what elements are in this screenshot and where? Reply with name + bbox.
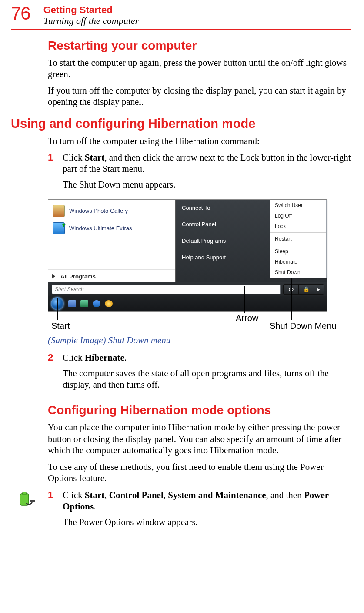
section-restarting: Restarting your computer To start the co… xyxy=(48,39,351,108)
taskbar-icon[interactable] xyxy=(68,300,76,307)
callout-label-menu: Shut Down Menu xyxy=(270,321,336,331)
step-2: 2 Click Hibernate. The computer saves th… xyxy=(48,352,351,395)
sample-image-wrap: Windows Photo Gallery Windows Ultimate E… xyxy=(48,199,351,332)
power-options-icon xyxy=(17,490,35,508)
start-search[interactable] xyxy=(52,285,281,294)
label: Help and Support xyxy=(182,254,226,261)
step-text: Click Start, and then click the arrow ne… xyxy=(63,152,351,175)
arrow-icon: ▸ xyxy=(317,286,320,292)
step-text: The Power Options window appears. xyxy=(63,516,351,528)
left-items: Windows Photo Gallery Windows Ultimate E… xyxy=(48,200,175,269)
menu-item-shut-down[interactable]: Shut Down xyxy=(270,267,326,278)
shut-down-menu: Switch User Log Off Lock Restart Sleep H… xyxy=(270,200,327,278)
search-input[interactable] xyxy=(52,285,281,294)
menu-item-sleep[interactable]: Sleep xyxy=(270,246,326,257)
t: . xyxy=(94,501,96,512)
label: Hibernate xyxy=(275,259,297,265)
label: Sleep xyxy=(275,248,288,255)
start-menu-screenshot: Windows Photo Gallery Windows Ultimate E… xyxy=(48,199,327,312)
start-menu-bottom-row: ⏻ 🔒 ▸ xyxy=(48,282,327,296)
step-text: Click Hibernate. xyxy=(63,352,351,363)
step-body: Click Start, Control Panel, System and M… xyxy=(63,489,351,533)
ultimate-extras-icon xyxy=(53,222,65,234)
taskbar-icon[interactable] xyxy=(80,300,88,307)
menu-item-hibernate[interactable]: Hibernate xyxy=(270,257,326,267)
step-text: The Shut Down menu appears. xyxy=(63,179,351,190)
label: Log Off xyxy=(275,213,292,219)
label: Control Panel xyxy=(182,221,216,228)
program-item[interactable]: Windows Ultimate Extras xyxy=(50,220,174,237)
photo-gallery-icon xyxy=(53,205,65,217)
svg-rect-2 xyxy=(30,500,33,502)
arrow-button[interactable]: ▸ xyxy=(314,285,324,294)
all-programs-label: All Programs xyxy=(60,273,96,280)
taskbar-icon[interactable] xyxy=(93,300,100,307)
step-1: 1 Click Start, and then click the arrow … xyxy=(48,152,351,195)
start-menu-top: Windows Photo Gallery Windows Ultimate E… xyxy=(48,200,327,282)
callout-label-arrow: Arrow xyxy=(236,313,258,323)
power-icon: ⏻ xyxy=(288,286,294,292)
bold: System and Maintenance xyxy=(168,490,266,500)
callout-label-start: Start xyxy=(51,321,70,331)
step-number: 1 xyxy=(48,152,63,195)
image-caption: (Sample Image) Shut Down menu xyxy=(48,335,351,346)
step-text: Click Start, Control Panel, System and M… xyxy=(63,489,351,513)
t: Click xyxy=(63,152,85,163)
step-body: Click Start, and then click the arrow ne… xyxy=(63,152,351,195)
callout-line-start xyxy=(57,298,58,320)
menu-item-lock[interactable]: Lock xyxy=(270,221,326,231)
step-number: 2 xyxy=(48,352,63,395)
separator xyxy=(270,232,326,233)
lock-button[interactable]: 🔒 xyxy=(298,285,314,294)
step-with-icon: 1 Click Start, Control Panel, System and… xyxy=(48,489,351,533)
program-label: Windows Ultimate Extras xyxy=(69,225,132,231)
page-header: 76 Getting Started Turning off the compu… xyxy=(11,4,351,30)
lock-icon: 🔒 xyxy=(303,286,310,292)
taskbar xyxy=(48,296,327,311)
all-programs-button[interactable]: All Programs xyxy=(48,269,175,282)
program-label: Windows Photo Gallery xyxy=(69,208,128,214)
menu-item-switch-user[interactable]: Switch User xyxy=(270,200,326,211)
label: Default Programs xyxy=(182,238,226,244)
svg-rect-1 xyxy=(23,492,26,495)
step-1b: 1 Click Start, Control Panel, System and… xyxy=(48,489,351,533)
para: You can place the computer into Hibernat… xyxy=(48,422,351,456)
menu-item-restart[interactable]: Restart xyxy=(270,234,326,244)
menu-item-log-off[interactable]: Log Off xyxy=(270,211,326,221)
program-item[interactable]: Windows Photo Gallery xyxy=(50,202,174,220)
chapter-title: Getting Started xyxy=(43,4,139,15)
battery-plug-icon xyxy=(17,490,35,508)
para: If you turn off the computer by closing … xyxy=(48,85,351,108)
section-hibernation: Using and configuring Hibernation mode xyxy=(11,117,351,131)
header-titles: Getting Started Turning off the computer xyxy=(43,4,139,27)
document-page: 76 Getting Started Turning off the compu… xyxy=(0,0,364,547)
para: To use any of these methods, you first n… xyxy=(48,461,351,484)
t: , xyxy=(104,490,109,500)
t: Click xyxy=(63,490,85,500)
separator xyxy=(50,240,174,240)
chapter-subtitle: Turning off the computer xyxy=(43,15,139,26)
svg-rect-3 xyxy=(33,500,35,501)
section-hibernation-body: To turn off the computer using the Hiber… xyxy=(48,135,351,533)
label: Switch User xyxy=(275,202,303,208)
label: Shut Down xyxy=(275,269,301,275)
triangle-right-icon xyxy=(52,274,55,279)
svg-rect-0 xyxy=(20,494,29,505)
t: Click xyxy=(63,352,85,363)
bold: Hibernate xyxy=(85,352,124,363)
para: To turn off the computer using the Hiber… xyxy=(48,135,351,147)
svg-rect-4 xyxy=(33,501,35,502)
callout-line-arrow xyxy=(244,286,245,313)
para: To start the computer up again, press th… xyxy=(48,57,351,80)
taskbar-icon[interactable] xyxy=(105,300,113,307)
t: , and then click the arrow next to the L… xyxy=(63,152,351,174)
heading-configuring: Configuring Hibernation mode options xyxy=(48,403,351,417)
heading-restarting: Restarting your computer xyxy=(48,39,351,53)
callout-line-menu xyxy=(291,276,292,320)
power-button[interactable]: ⏻ xyxy=(284,285,298,294)
t: , xyxy=(164,490,168,500)
step-text: The computer saves the state of all open… xyxy=(63,368,351,391)
step-body: Click Hibernate. The computer saves the … xyxy=(63,352,351,395)
bold: Start xyxy=(85,490,105,500)
start-menu-left-pane: Windows Photo Gallery Windows Ultimate E… xyxy=(48,200,175,282)
